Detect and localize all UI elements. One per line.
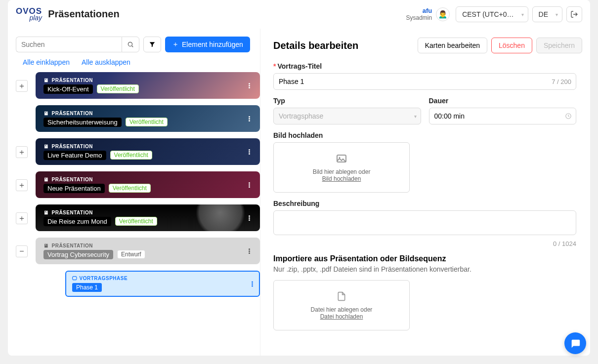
duration-input[interactable]: 00:00 min bbox=[429, 108, 577, 124]
card-title: Neue Präsentation bbox=[43, 184, 105, 193]
filter-icon bbox=[149, 41, 156, 48]
presentation-card[interactable]: 🖥PRÄSENTATION Live Feature Demo Veröffen… bbox=[36, 138, 260, 165]
phase-card-selected[interactable]: 🖵VORTRAGSPHASE Phase 1 bbox=[65, 271, 260, 297]
tree-expand-toggle[interactable]: ＋ bbox=[16, 146, 28, 158]
plus-icon: ＋ bbox=[172, 40, 179, 49]
expand-all-link[interactable]: Alle ausklappen bbox=[82, 58, 130, 66]
card-menu-button[interactable] bbox=[244, 177, 254, 192]
description-textarea[interactable] bbox=[273, 210, 576, 235]
presentation-tree: ＋ 🖥PRÄSENTATION Kick-Off-Event Veröffent… bbox=[16, 72, 260, 356]
chevron-down-icon: ▾ bbox=[521, 11, 524, 17]
phase-title: Phase 1 bbox=[72, 283, 102, 292]
clock-icon bbox=[565, 113, 572, 120]
presentation-card[interactable]: 🖥PRÄSENTATION Vortrag Cybersecurity Entw… bbox=[36, 238, 260, 264]
card-title: Die Reise zum Mond bbox=[43, 217, 111, 226]
details-pane: Details bearbeiten Karten bearbeiten Lös… bbox=[260, 29, 590, 356]
left-pane: ＋ Element hinzufügen Alle einklappen All… bbox=[8, 29, 260, 356]
import-section-hint: Nur .zip, .pptx, .pdf Dateien sind in Pr… bbox=[273, 265, 576, 273]
card-menu-button[interactable] bbox=[244, 144, 254, 159]
search-input[interactable] bbox=[16, 37, 122, 52]
card-menu-button[interactable] bbox=[244, 210, 254, 225]
file-upload-dropzone[interactable]: Datei hier ablegen oderDatei hochladen bbox=[273, 280, 410, 330]
presentation-icon: 🖥 bbox=[43, 210, 49, 215]
image-upload-dropzone[interactable]: Bild hier ablegen oderBild hochladen bbox=[273, 142, 410, 193]
add-element-button[interactable]: ＋ Element hinzufügen bbox=[165, 37, 250, 52]
status-badge: Entwurf bbox=[117, 250, 145, 259]
presentation-icon: 🖥 bbox=[43, 177, 49, 182]
description-char-count: 0 / 1024 bbox=[273, 240, 576, 247]
status-badge: Veröffentlicht bbox=[126, 118, 168, 126]
chat-fab[interactable] bbox=[564, 332, 586, 354]
logout-icon bbox=[570, 10, 578, 18]
card-title: Kick-Off-Event bbox=[43, 84, 93, 94]
collapse-all-link[interactable]: Alle einklappen bbox=[23, 58, 70, 66]
presentation-icon: 🖥 bbox=[43, 111, 49, 116]
type-select[interactable]: Vortragsphase ▾ bbox=[273, 108, 421, 124]
card-menu-button[interactable] bbox=[244, 243, 254, 258]
user-info: afu Sysadmin bbox=[406, 7, 432, 22]
svg-point-0 bbox=[128, 42, 132, 46]
chat-icon bbox=[570, 338, 581, 349]
duration-field-label: Dauer bbox=[429, 97, 577, 105]
topbar: OVOS play Präsentationen afu Sysadmin 🙍‍… bbox=[8, 0, 590, 29]
upload-field-label: Bild hochladen bbox=[273, 131, 576, 139]
timezone-select[interactable]: CEST (UTC+0… ▾ bbox=[456, 6, 528, 22]
delete-button[interactable]: Löschen bbox=[491, 38, 532, 53]
presentation-icon: 🖥 bbox=[43, 144, 49, 149]
status-badge: Veröffentlicht bbox=[97, 84, 139, 93]
tree-expand-toggle[interactable]: ＋ bbox=[16, 212, 28, 224]
title-input[interactable] bbox=[273, 73, 576, 90]
presentation-card[interactable]: 🖥PRÄSENTATION Neue Präsentation Veröffen… bbox=[36, 171, 260, 198]
card-menu-button[interactable] bbox=[244, 111, 254, 126]
page-title: Präsentationen bbox=[48, 8, 119, 20]
tree-expand-toggle[interactable]: ＋ bbox=[16, 179, 28, 191]
status-badge: Veröffentlicht bbox=[109, 184, 151, 193]
title-field-label: *Vortrags-Titel bbox=[273, 62, 576, 70]
card-menu-button[interactable] bbox=[244, 78, 254, 93]
type-field-label: Typ bbox=[273, 97, 421, 105]
logo[interactable]: OVOS play bbox=[16, 7, 42, 21]
status-badge: Veröffentlicht bbox=[115, 217, 157, 226]
exit-button[interactable] bbox=[566, 6, 582, 22]
details-title: Details bearbeiten bbox=[273, 40, 414, 51]
title-char-count: 7 / 200 bbox=[552, 78, 571, 85]
status-badge: Veröffentlicht bbox=[110, 151, 152, 160]
import-section-title: Importiere aus Präsentation oder Bildseq… bbox=[273, 254, 576, 263]
image-icon bbox=[279, 153, 404, 164]
search-button[interactable] bbox=[122, 37, 139, 52]
tree-expand-toggle[interactable]: ＋ bbox=[16, 80, 28, 92]
card-title: Vortrag Cybersecurity bbox=[43, 250, 113, 259]
chevron-down-icon: ▾ bbox=[555, 11, 558, 17]
user-name: afu bbox=[406, 7, 432, 15]
tree-collapse-toggle[interactable]: − bbox=[16, 245, 28, 257]
presentation-card[interactable]: 🖥PRÄSENTATION Kick-Off-Event Veröffentli… bbox=[36, 72, 260, 99]
description-field-label: Beschreibung bbox=[273, 200, 576, 207]
presentation-icon: 🖥 bbox=[43, 78, 49, 83]
presentation-card[interactable]: 🖥PRÄSENTATION Die Reise zum Mond Veröffe… bbox=[36, 204, 260, 231]
search-icon bbox=[127, 41, 134, 48]
avatar[interactable]: 🙍‍♂️ bbox=[436, 7, 450, 21]
card-title: Live Feature Demo bbox=[43, 151, 106, 160]
card-title: Sicherheitsunterweisung bbox=[43, 118, 122, 127]
monitor-icon: 🖵 bbox=[72, 276, 78, 281]
filter-button[interactable] bbox=[143, 37, 161, 52]
phase-menu-button[interactable] bbox=[252, 281, 253, 286]
edit-cards-button[interactable]: Karten bearbeiten bbox=[418, 38, 487, 53]
save-button: Speichern bbox=[536, 38, 582, 53]
user-role: Sysadmin bbox=[406, 14, 432, 21]
language-select[interactable]: DE ▾ bbox=[532, 6, 562, 22]
chevron-down-icon: ▾ bbox=[414, 114, 417, 119]
presentation-icon: 🖥 bbox=[43, 243, 49, 248]
presentation-card[interactable]: 🖥PRÄSENTATION Sicherheitsunterweisung Ve… bbox=[36, 105, 260, 132]
file-icon bbox=[279, 290, 404, 302]
